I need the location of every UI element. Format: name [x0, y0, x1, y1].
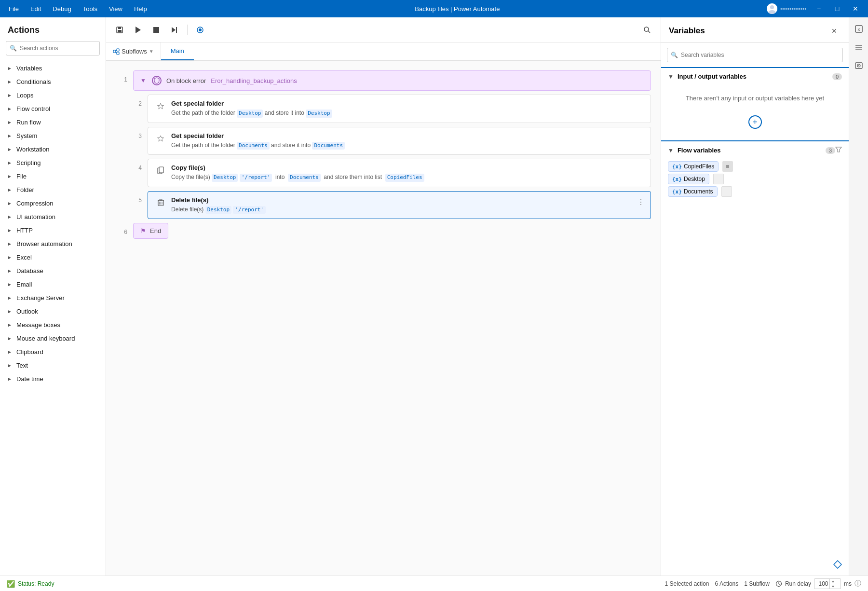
flow-variables-header[interactable]: ▼ Flow variables 3 [661, 141, 849, 159]
titlebar-title: Backup files | Power Automate [152, 5, 763, 13]
sidebar-item-conditionals[interactable]: ► Conditionals [0, 75, 106, 88]
step-desc: Get the path of the folder Documents and… [171, 141, 644, 150]
step-body: Delete file(s) Delete file(s) Desktop '/… [171, 196, 644, 214]
actions-sidebar: Actions 🔍 ► Variables ► Conditionals ► L… [0, 17, 106, 576]
run-delay-spinners: ▲ ▼ [829, 578, 837, 589]
step-end[interactable]: ⚑ End [133, 223, 168, 239]
sidebar-item-label: Message boxes [16, 321, 60, 329]
step-copy-files[interactable]: Copy file(s) Copy the file(s) Desktop '/… [148, 159, 651, 187]
chevron-icon: ► [6, 226, 14, 234]
sidebar-item-label: Excel [16, 254, 32, 261]
minimize-button[interactable]: − [810, 0, 827, 17]
subflows-tab[interactable]: Subflows ▼ [106, 42, 161, 60]
menu-edit[interactable]: Edit [26, 3, 46, 14]
variables-search-input[interactable] [667, 48, 843, 62]
close-button[interactable]: ✕ [847, 0, 864, 17]
filter-icon[interactable] [835, 146, 842, 154]
chevron-icon: ► [6, 91, 14, 99]
flow-step-row-1: 1 ▼ On block error Eror_handling_backup_… [116, 70, 651, 91]
sidebar-item-loops[interactable]: ► Loops [0, 88, 106, 102]
star-icon [155, 100, 166, 111]
step-get-special-folder-desktop[interactable]: Get special folder Get the path of the f… [148, 95, 651, 123]
sidebar-item-scripting[interactable]: ► Scripting [0, 156, 106, 169]
add-variable-button[interactable]: + [661, 111, 849, 133]
menu-help[interactable]: Help [129, 3, 152, 14]
sidebar-item-browser-automation[interactable]: ► Browser automation [0, 237, 106, 250]
sidebar-item-label: Run flow [16, 119, 41, 126]
copy-icon [155, 164, 166, 176]
record-button[interactable] [192, 22, 208, 38]
flow-variables-section: ▼ Flow variables 3 {x} CopiedFiles [661, 140, 849, 199]
run-button[interactable] [130, 22, 146, 38]
sidebar-item-flow-control[interactable]: ► Flow control [0, 102, 106, 115]
documents-var: Documents [237, 142, 270, 150]
sidebar-item-text[interactable]: ► Text [0, 358, 106, 372]
flag-icon: ⚑ [140, 227, 146, 234]
var-name: Documents [684, 188, 713, 195]
sidebar-item-compression[interactable]: ► Compression [0, 196, 106, 210]
sidebar-item-folder[interactable]: ► Folder [0, 183, 106, 196]
tab-main[interactable]: Main [161, 42, 194, 60]
sidebar-item-run-flow[interactable]: ► Run flow [0, 115, 106, 129]
copy-dest-var: Documents [288, 174, 321, 182]
stop-button[interactable] [149, 22, 164, 38]
step-delete-files[interactable]: Delete file(s) Delete file(s) Desktop '/… [148, 191, 651, 220]
sidebar-item-datetime[interactable]: ► Date time [0, 372, 106, 385]
menu-file[interactable]: File [4, 3, 24, 14]
chevron-icon: ► [6, 132, 14, 139]
sidebar-item-clipboard[interactable]: ► Clipboard [0, 345, 106, 358]
spinner-up[interactable]: ▲ [830, 578, 837, 584]
sidebar-item-database[interactable]: ► Database [0, 264, 106, 277]
chevron-icon: ► [6, 213, 14, 220]
var-name: Desktop [684, 176, 705, 182]
sidebar-item-message-boxes[interactable]: ► Message boxes [0, 318, 106, 331]
search-input[interactable] [6, 41, 100, 55]
flow-variables-title: Flow variables [678, 147, 824, 154]
variables-panel-icon[interactable]: x [851, 21, 867, 37]
variables-close-button[interactable]: ✕ [827, 24, 841, 38]
sidebar-item-exchange-server[interactable]: ► Exchange Server [0, 291, 106, 304]
chevron-down-icon: ▼ [668, 147, 674, 154]
run-delay-container: Run delay 100 ▲ ▼ ms ⓘ [775, 578, 861, 589]
screenshot-icon[interactable] [851, 58, 867, 73]
sidebar-item-excel[interactable]: ► Excel [0, 250, 106, 264]
sidebar-item-system[interactable]: ► System [0, 129, 106, 142]
chevron-icon: ► [6, 348, 14, 356]
run-delay-unit: ms [844, 580, 852, 587]
var-item-desktop: {x} Desktop [668, 174, 842, 184]
next-button[interactable] [167, 22, 182, 38]
step-block-error[interactable]: ▼ On block error Eror_handling_backup_ac… [133, 70, 651, 91]
menu-debug[interactable]: Debug [48, 3, 76, 14]
more-options-button[interactable]: ⋮ [635, 195, 647, 208]
maximize-button[interactable]: □ [828, 0, 846, 17]
run-delay-value[interactable]: 100 [818, 580, 829, 587]
sidebar-item-variables[interactable]: ► Variables [0, 61, 106, 75]
flow-step-row-4: 4 Copy file(s) Copy the file(s) Desktop … [116, 159, 651, 187]
spinner-down[interactable]: ▼ [830, 584, 837, 589]
line-number: 2 [130, 95, 148, 107]
var-chip-documents[interactable]: {x} Documents [668, 186, 718, 197]
save-button[interactable] [112, 22, 127, 38]
sidebar-item-ui-automation[interactable]: ► UI automation [0, 210, 106, 223]
sidebar-item-label: System [16, 132, 37, 139]
svg-text:x: x [857, 27, 860, 32]
menu-view[interactable]: View [104, 3, 127, 14]
var-chip-copiedfiles[interactable]: {x} CopiedFiles [668, 161, 719, 172]
flow-step-row-2: 2 Get special folder Get the path of the… [116, 95, 651, 123]
menu-tools[interactable]: Tools [78, 3, 102, 14]
tabs-bar: Subflows ▼ Main [106, 42, 661, 61]
input-output-header[interactable]: ▼ Input / output variables 0 [661, 68, 849, 85]
diamond-icon [833, 560, 842, 569]
search-button[interactable] [639, 22, 655, 38]
info-icon[interactable]: ⓘ [854, 579, 861, 588]
step-desc-prefix: Get the path of the folder [171, 142, 237, 149]
step-get-special-folder-docs[interactable]: Get special folder Get the path of the f… [148, 127, 651, 155]
sidebar-item-mouse-keyboard[interactable]: ► Mouse and keyboard [0, 331, 106, 345]
sidebar-item-http[interactable]: ► HTTP [0, 223, 106, 237]
sidebar-item-file[interactable]: ► File [0, 169, 106, 183]
sidebar-item-workstation[interactable]: ► Workstation [0, 142, 106, 156]
sidebar-item-outlook[interactable]: ► Outlook [0, 304, 106, 318]
sidebar-item-email[interactable]: ► Email [0, 277, 106, 291]
var-chip-desktop[interactable]: {x} Desktop [668, 174, 709, 184]
layers-icon[interactable] [851, 40, 867, 55]
